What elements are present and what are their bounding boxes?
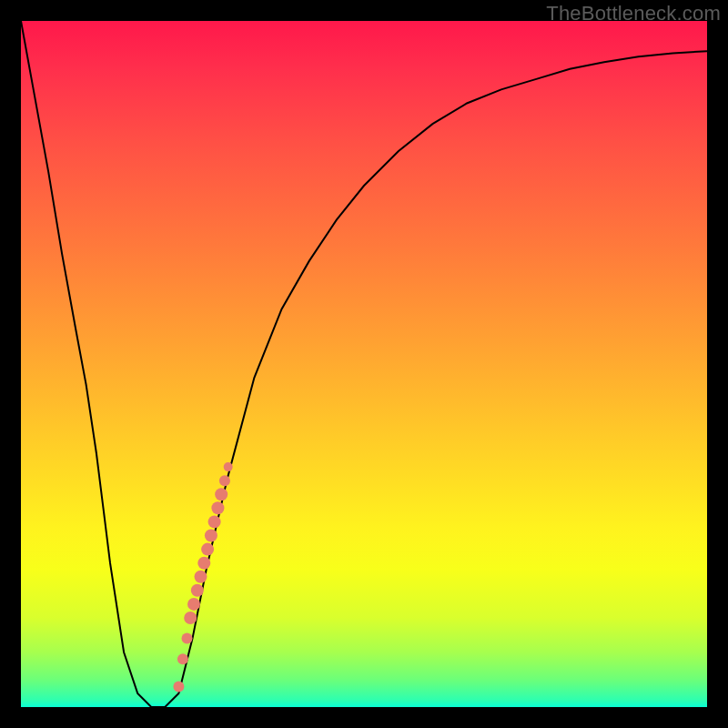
highlight-point	[182, 633, 193, 644]
highlight-point	[191, 584, 204, 597]
highlight-points	[173, 462, 232, 692]
highlight-point	[177, 653, 188, 664]
chart-frame: TheBottleneck.com	[0, 0, 728, 728]
highlight-point	[201, 543, 214, 556]
highlight-point	[184, 612, 197, 624]
highlight-point	[208, 515, 221, 528]
highlight-point	[224, 462, 233, 471]
highlight-point	[173, 681, 184, 692]
highlight-point	[211, 501, 224, 514]
plot-area	[21, 21, 707, 707]
highlight-point	[219, 475, 230, 486]
highlight-point	[197, 557, 210, 570]
bottleneck-curve	[21, 21, 707, 707]
highlight-point	[187, 598, 200, 611]
attribution-text: TheBottleneck.com	[546, 2, 721, 25]
chart-svg	[21, 21, 707, 707]
highlight-point	[215, 488, 228, 500]
highlight-point	[205, 530, 217, 542]
highlight-point	[195, 571, 207, 583]
